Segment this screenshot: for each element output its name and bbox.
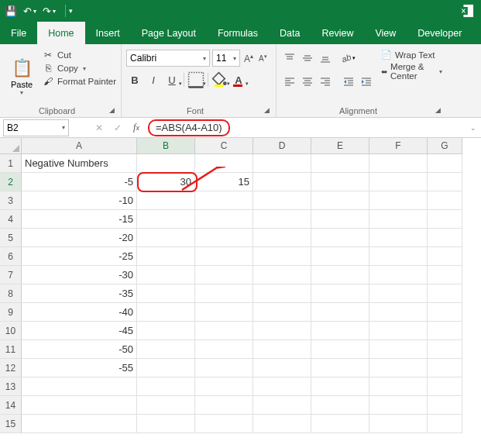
cell-F7[interactable] [369,266,428,284]
align-right-button[interactable] [317,73,334,90]
cancel-formula-icon[interactable]: ✕ [91,120,108,136]
cell-G11[interactable] [428,340,462,359]
cell-C12[interactable] [195,359,253,377]
cell-G6[interactable] [428,247,462,266]
col-header-D[interactable]: D [253,138,311,154]
clipboard-launcher-icon[interactable]: ◢ [109,106,115,114]
cell-F10[interactable] [369,322,428,340]
increase-font-icon[interactable]: A▴ [242,51,255,66]
cell-B9[interactable] [137,303,195,322]
tab-data[interactable]: Data [269,22,311,44]
row-header-10[interactable]: 10 [0,322,22,340]
cell-A4[interactable]: -15 [22,210,137,229]
cell-D9[interactable] [253,303,311,322]
cell-G1[interactable] [428,154,462,173]
cell-C10[interactable] [195,322,253,340]
cell-A13[interactable] [22,377,137,396]
tab-developer[interactable]: Developer [407,22,472,44]
cell-E7[interactable] [311,266,369,284]
font-launcher-icon[interactable]: ◢ [264,106,270,114]
cell-E6[interactable] [311,247,369,266]
wrap-text-button[interactable]: 📄Wrap Text [381,50,442,60]
cell-B1[interactable] [137,154,195,173]
cell-B8[interactable] [137,284,195,303]
cell-G7[interactable] [428,266,462,284]
select-all-corner[interactable] [0,138,22,154]
cell-D7[interactable] [253,266,311,284]
save-icon[interactable]: 💾 [5,5,17,17]
cell-F5[interactable] [369,229,428,247]
cell-F2[interactable] [369,173,428,191]
cell-B13[interactable] [137,377,195,396]
cell-B12[interactable] [137,359,195,377]
row-header-8[interactable]: 8 [0,284,22,303]
cell-C1[interactable] [195,154,253,173]
row-header-13[interactable]: 13 [0,377,22,396]
tab-home[interactable]: Home [37,22,84,44]
cell-G13[interactable] [428,377,462,396]
cell-E4[interactable] [311,210,369,229]
cell-C7[interactable] [195,266,253,284]
cell-E5[interactable] [311,229,369,247]
cell-B15[interactable] [137,415,195,433]
row-header-2[interactable]: 2 [0,173,22,191]
cell-D10[interactable] [253,322,311,340]
underline-button[interactable]: U▾ [163,71,180,88]
cell-A5[interactable]: -20 [22,229,137,247]
align-top-button[interactable] [281,50,298,67]
align-middle-button[interactable] [299,50,316,67]
font-name-select[interactable]: Calibri▾ [126,50,210,67]
cell-G12[interactable] [428,359,462,377]
row-header-5[interactable]: 5 [0,229,22,247]
tab-file[interactable]: File [0,22,37,44]
cell-B4[interactable] [137,210,195,229]
cell-A14[interactable] [22,396,137,415]
cell-D2[interactable] [253,173,311,191]
col-header-C[interactable]: C [195,138,253,154]
cell-G8[interactable] [428,284,462,303]
col-header-F[interactable]: F [369,138,428,154]
row-header-1[interactable]: 1 [0,154,22,173]
cell-C3[interactable] [195,191,253,210]
cell-D1[interactable] [253,154,311,173]
cell-E1[interactable] [311,154,369,173]
cell-E12[interactable] [311,359,369,377]
cell-A10[interactable]: -45 [22,322,137,340]
cell-G10[interactable] [428,322,462,340]
cell-D3[interactable] [253,191,311,210]
format-painter-button[interactable]: 🖌Format Painter [42,76,116,87]
copy-button[interactable]: ⎘Copy▾ [42,63,116,74]
cell-B14[interactable] [137,396,195,415]
cell-B2[interactable]: 30 [137,173,195,191]
cell-E2[interactable] [311,173,369,191]
cell-E3[interactable] [311,191,369,210]
cell-C6[interactable] [195,247,253,266]
cell-B11[interactable] [137,340,195,359]
undo-icon[interactable]: ↶▾ [23,5,36,17]
cell-E14[interactable] [311,396,369,415]
cell-G2[interactable] [428,173,462,191]
cell-A1[interactable]: Negative Numbers [22,154,137,173]
cell-A3[interactable]: -10 [22,191,137,210]
cell-B10[interactable] [137,322,195,340]
tab-view[interactable]: View [364,22,407,44]
cell-A7[interactable]: -30 [22,266,137,284]
col-header-G[interactable]: G [428,138,462,154]
row-header-12[interactable]: 12 [0,359,22,377]
cell-D6[interactable] [253,247,311,266]
cell-F9[interactable] [369,303,428,322]
cell-A11[interactable]: -50 [22,340,137,359]
cell-F6[interactable] [369,247,428,266]
cell-A2[interactable]: -5 [22,173,137,191]
cell-C11[interactable] [195,340,253,359]
cell-G4[interactable] [428,210,462,229]
align-left-button[interactable] [281,73,298,90]
cell-D14[interactable] [253,396,311,415]
accept-formula-icon[interactable]: ✓ [109,120,126,136]
cell-D15[interactable] [253,415,311,433]
cell-A9[interactable]: -40 [22,303,137,322]
cell-D11[interactable] [253,340,311,359]
col-header-B[interactable]: B [137,138,195,154]
cell-D12[interactable] [253,359,311,377]
bold-button[interactable]: B [126,71,143,88]
